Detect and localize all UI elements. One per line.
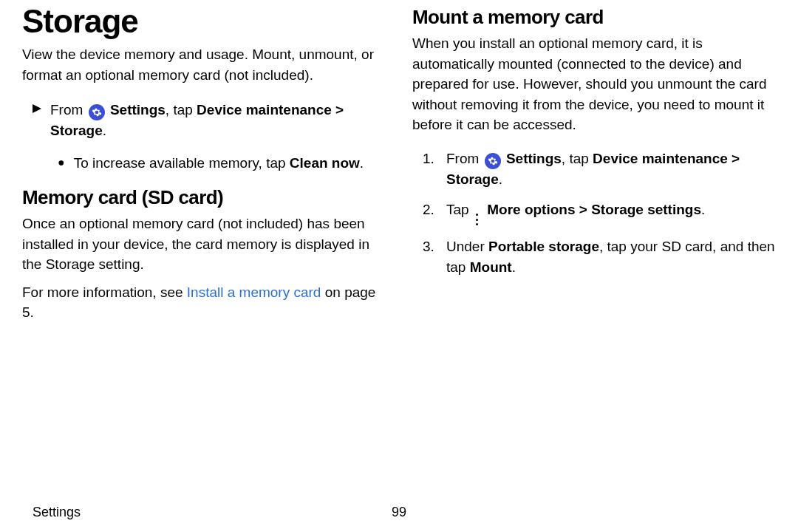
step-text: From Settings, tap Device maintenance > … [446, 149, 776, 190]
sd-card-paragraph: Once an optional memory card (not includ… [22, 214, 386, 275]
text-segment: . [103, 123, 106, 138]
list-item: Under Portable storage, tap your SD card… [423, 236, 776, 277]
mount-card-heading: Mount a memory card [412, 6, 776, 29]
text-segment: . [360, 155, 364, 171]
mount-card-paragraph: When you install an optional memory card… [412, 33, 776, 135]
step-text: Under Portable storage, tap your SD card… [446, 236, 776, 277]
chevron: > [575, 202, 591, 217]
page-footer: Settings 99 [0, 505, 798, 520]
chevron: > [332, 102, 344, 117]
bullet-icon: ● [58, 153, 65, 172]
list-item: From Settings, tap Device maintenance > … [423, 149, 776, 190]
gear-icon [485, 153, 501, 169]
bullet-text: To increase available memory, tap Clean … [74, 153, 364, 174]
nav-path-item: From Settings, tap Device maintenance > … [22, 100, 386, 141]
mount-label: Mount [470, 259, 512, 275]
footer-page-number: 99 [392, 505, 406, 520]
device-maintenance-label: Device maintenance [197, 102, 332, 117]
step-number [423, 200, 436, 220]
text-segment: . [701, 202, 705, 217]
step-number [423, 236, 436, 257]
svg-marker-0 [33, 104, 41, 113]
text-segment: . [512, 259, 516, 275]
portable-storage-label: Portable storage [488, 239, 599, 254]
more-options-label: More options [487, 202, 575, 217]
bullet-item: ● To increase available memory, tap Clea… [22, 153, 386, 174]
settings-label: Settings [506, 151, 562, 166]
sd-more-info: For more information, see Install a memo… [22, 282, 386, 323]
device-maintenance-label: Device maintenance [593, 151, 728, 166]
nav-path-text: From Settings, tap Device maintenance > … [50, 100, 386, 141]
page-title: Storage [22, 3, 386, 40]
left-column: Storage View the device memory and usage… [22, 1, 386, 330]
text-segment: From [50, 102, 87, 117]
sd-card-heading: Memory card (SD card) [22, 186, 386, 209]
text-segment: To increase available memory, tap [74, 155, 290, 171]
text-segment: From [446, 151, 483, 166]
storage-label: Storage [446, 171, 499, 187]
steps-list: From Settings, tap Device maintenance > … [412, 149, 776, 278]
triangle-icon [33, 104, 41, 113]
right-column: Mount a memory card When you install an … [412, 1, 776, 330]
text-segment: , tap [562, 151, 593, 166]
list-item: Tap More options > Storage settings. [423, 200, 776, 226]
install-memory-card-link[interactable]: Install a memory card [187, 284, 321, 300]
more-options-icon [474, 213, 480, 226]
step-text: Tap More options > Storage settings. [446, 200, 705, 226]
settings-label: Settings [110, 102, 166, 117]
intro-paragraph: View the device memory and usage. Mount,… [22, 44, 386, 85]
storage-label: Storage [50, 123, 103, 138]
text-segment: Tap [446, 202, 473, 217]
text-segment: For more information, see [22, 284, 187, 300]
text-segment: . [499, 171, 502, 187]
clean-now-label: Clean now [290, 155, 360, 171]
chevron: > [728, 151, 740, 166]
page-content: Storage View the device memory and usage… [0, 1, 798, 330]
step-number [423, 149, 436, 169]
gear-icon [89, 104, 105, 120]
text-segment: Under [446, 239, 488, 254]
text-segment: , tap [166, 102, 197, 117]
storage-settings-label: Storage settings [591, 202, 701, 217]
